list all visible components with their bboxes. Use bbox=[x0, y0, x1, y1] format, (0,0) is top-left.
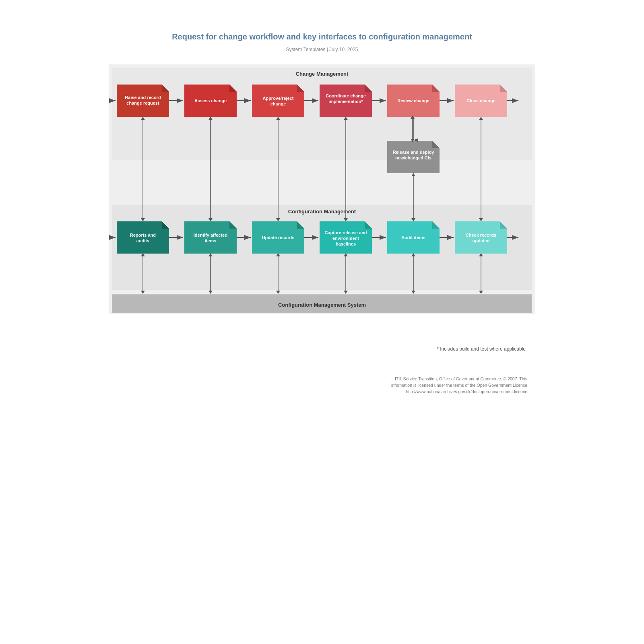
svg-text:Identify affected: Identify affected bbox=[194, 233, 227, 237]
svg-text:Capture release and: Capture release and bbox=[324, 230, 367, 235]
svg-text:Configuration Management Syste: Configuration Management System bbox=[278, 302, 366, 308]
svg-text:change request: change request bbox=[126, 101, 159, 105]
svg-marker-33 bbox=[252, 85, 304, 117]
svg-text:new/changed CIs: new/changed CIs bbox=[395, 155, 431, 160]
svg-text:updated: updated bbox=[473, 238, 490, 243]
svg-marker-61 bbox=[117, 221, 169, 254]
svg-text:Close change: Close change bbox=[466, 98, 495, 103]
svg-text:Check records: Check records bbox=[466, 233, 496, 237]
svg-text:Release and deploy: Release and deploy bbox=[393, 150, 435, 155]
svg-text:Review change: Review change bbox=[397, 98, 429, 103]
svg-marker-66 bbox=[184, 221, 237, 254]
svg-text:Approve/reject: Approve/reject bbox=[262, 96, 293, 101]
svg-text:Change Management: Change Management bbox=[296, 71, 349, 77]
page-title: Request for change workflow and key inte… bbox=[101, 32, 543, 41]
citation: ITIL Service Transition, Office of Gover… bbox=[101, 376, 527, 395]
svg-text:Audit items: Audit items bbox=[401, 235, 425, 240]
svg-text:Update records: Update records bbox=[262, 235, 295, 240]
svg-text:Assess change: Assess change bbox=[194, 98, 227, 103]
svg-text:items: items bbox=[205, 238, 217, 243]
page-subtitle: System Templates | July 10, 2025 bbox=[101, 47, 543, 52]
svg-text:Raise and record: Raise and record bbox=[125, 95, 161, 100]
svg-text:baselines: baselines bbox=[336, 242, 356, 246]
svg-text:audits: audits bbox=[136, 238, 149, 243]
svg-text:Reports and: Reports and bbox=[130, 233, 156, 237]
svg-text:change: change bbox=[270, 101, 286, 106]
svg-text:environment: environment bbox=[332, 236, 359, 241]
svg-marker-85 bbox=[455, 221, 507, 254]
footnote: * Includes build and test where applicab… bbox=[101, 346, 527, 352]
diagram-container: Change Management Configuration Manageme… bbox=[109, 64, 535, 340]
svg-text:implementation*: implementation* bbox=[328, 99, 363, 104]
svg-text:Coordinate change: Coordinate change bbox=[326, 93, 366, 98]
